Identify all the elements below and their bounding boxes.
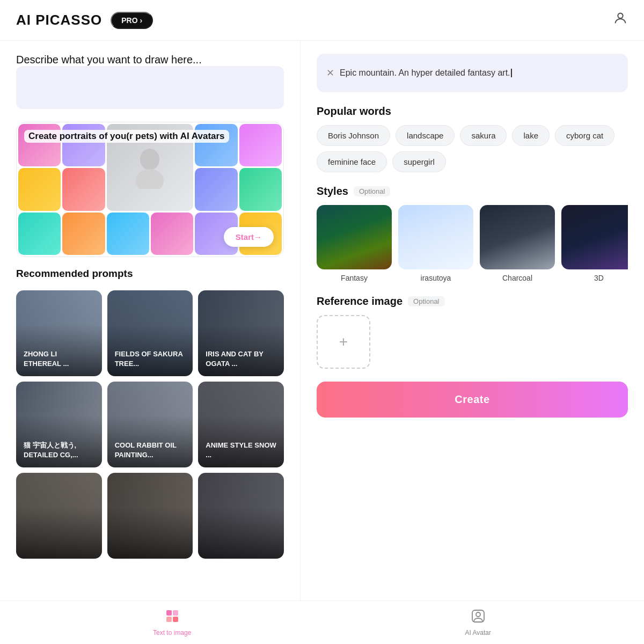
search-text[interactable]: Epic mountain. An hyper detailed fantasy… bbox=[340, 61, 618, 85]
prompt-card[interactable]: ANIME STYLE SNOW ... bbox=[198, 382, 284, 467]
style-thumb-fantasy bbox=[317, 205, 392, 269]
text-cursor bbox=[511, 69, 512, 77]
prompt-overlay bbox=[16, 473, 102, 559]
style-label-fantasy: Fantasy bbox=[341, 274, 368, 282]
top-bar: AI PICASSO PRO › bbox=[0, 0, 644, 41]
prompt-text: COOL RABBIT OIL PAINTING... bbox=[115, 441, 186, 460]
prompt-overlay bbox=[198, 473, 284, 559]
user-icon[interactable] bbox=[613, 11, 628, 30]
prompt-text: IRIS AND CAT BY OGATA ... bbox=[206, 349, 276, 369]
styles-header: Styles Optional bbox=[317, 185, 628, 197]
recommended-section: Recommended prompts ZHONG LI ETHEREAL ..… bbox=[16, 268, 284, 559]
describe-label: Describe what you want to draw here... bbox=[16, 54, 284, 66]
describe-input[interactable] bbox=[16, 66, 284, 109]
style-thumb-charcoal bbox=[480, 205, 555, 269]
avatar-cell bbox=[62, 168, 105, 210]
tag-pill[interactable]: sakura bbox=[460, 125, 507, 146]
popular-words-title: Popular words bbox=[317, 105, 628, 118]
start-button[interactable]: Start→ bbox=[224, 227, 274, 247]
nav-item-text-to-image[interactable]: Text to image bbox=[153, 609, 191, 636]
text-to-image-label: Text to image bbox=[153, 629, 191, 636]
plus-icon: + bbox=[339, 333, 348, 350]
tag-pill[interactable]: landscape bbox=[396, 125, 455, 146]
prompt-card[interactable]: IRIS AND CAT BY OGATA ... bbox=[198, 290, 284, 376]
popular-words-section: Popular words Boris Johnsonlandscapesaku… bbox=[317, 105, 628, 172]
reference-image-section: Reference image Optional + bbox=[317, 295, 628, 369]
avatar-cell bbox=[195, 168, 237, 210]
svg-rect-6 bbox=[173, 617, 178, 622]
tag-pill[interactable]: supergirl bbox=[392, 151, 446, 172]
tag-pill[interactable]: cyborg cat bbox=[555, 125, 614, 146]
prompt-card[interactable] bbox=[107, 473, 193, 559]
styles-title: Styles bbox=[317, 185, 348, 197]
style-label-3d: 3D bbox=[594, 274, 604, 282]
style-thumb-3d bbox=[561, 205, 628, 269]
describe-section: Describe what you want to draw here... bbox=[16, 54, 284, 111]
style-card-fantasy[interactable]: Fantasy bbox=[317, 205, 392, 282]
avatar-cell bbox=[239, 124, 282, 166]
prompt-card[interactable]: 猫 宇宙人と戦う, DETAILED CG,... bbox=[16, 382, 102, 467]
ai-avatar-icon bbox=[471, 609, 486, 627]
right-panel: ✕ Epic mountain. An hyper detailed fanta… bbox=[301, 41, 644, 601]
prompt-card[interactable]: ZHONG LI ETHEREAL ... bbox=[16, 290, 102, 376]
bottom-nav: Text to image AI Avatar bbox=[0, 601, 644, 644]
tag-pill[interactable]: feminine face bbox=[317, 151, 387, 172]
style-label-irasutoya: irasutoya bbox=[421, 274, 451, 282]
prompts-grid: ZHONG LI ETHEREAL ...FIELDS OF SAKURA TR… bbox=[16, 290, 284, 559]
style-card-3d[interactable]: 3D bbox=[561, 205, 628, 282]
styles-section: Styles Optional FantasyirasutoyaCharcoal… bbox=[317, 185, 628, 282]
style-thumb-irasutoya bbox=[398, 205, 473, 269]
search-bar: ✕ Epic mountain. An hyper detailed fanta… bbox=[317, 54, 628, 92]
prompt-card[interactable] bbox=[16, 473, 102, 559]
avatar-cell bbox=[62, 213, 105, 255]
create-button[interactable]: Create bbox=[317, 382, 628, 418]
app-logo: AI PICASSO bbox=[16, 12, 102, 28]
style-card-charcoal[interactable]: Charcoal bbox=[480, 205, 555, 282]
svg-rect-4 bbox=[173, 610, 178, 616]
svg-point-8 bbox=[476, 612, 480, 617]
avatar-cell bbox=[107, 213, 149, 255]
nav-item-ai-avatar[interactable]: AI Avatar bbox=[465, 609, 491, 636]
styles-optional: Optional bbox=[354, 186, 390, 196]
prompt-card[interactable]: COOL RABBIT OIL PAINTING... bbox=[107, 382, 193, 467]
prompt-card[interactable]: FIELDS OF SAKURA TREE... bbox=[107, 290, 193, 376]
avatar-promo-title: Create portraits of you(r pets) with AI … bbox=[24, 130, 229, 143]
style-label-charcoal: Charcoal bbox=[502, 274, 532, 282]
svg-rect-3 bbox=[166, 610, 172, 616]
left-panel: Describe what you want to draw here... C… bbox=[0, 41, 301, 601]
prompt-text: 猫 宇宙人と戦う, DETAILED CG,... bbox=[24, 441, 94, 460]
svg-point-0 bbox=[618, 13, 623, 18]
svg-point-1 bbox=[140, 149, 159, 170]
prompt-overlay bbox=[107, 473, 193, 559]
prompt-text: ZHONG LI ETHEREAL ... bbox=[24, 349, 94, 369]
recommended-title: Recommended prompts bbox=[16, 268, 284, 280]
pro-button[interactable]: PRO › bbox=[111, 12, 153, 29]
ref-optional: Optional bbox=[408, 296, 444, 306]
avatar-cell bbox=[239, 168, 282, 210]
text-to-image-icon bbox=[165, 609, 180, 627]
close-button[interactable]: ✕ bbox=[326, 67, 334, 79]
add-image-button[interactable]: + bbox=[317, 315, 370, 369]
style-card-irasutoya[interactable]: irasutoya bbox=[398, 205, 473, 282]
tag-pill[interactable]: Boris Johnson bbox=[317, 125, 390, 146]
prompt-text: ANIME STYLE SNOW ... bbox=[206, 441, 276, 460]
tag-pill[interactable]: lake bbox=[512, 125, 550, 146]
avatar-promo: Create portraits of you(r pets) with AI … bbox=[16, 122, 284, 257]
ref-header: Reference image Optional bbox=[317, 295, 628, 308]
styles-grid: FantasyirasutoyaCharcoal3D bbox=[317, 205, 628, 282]
prompt-text: FIELDS OF SAKURA TREE... bbox=[115, 349, 186, 369]
avatar-cell bbox=[18, 213, 61, 255]
main-layout: Describe what you want to draw here... C… bbox=[0, 41, 644, 601]
tags-container: Boris Johnsonlandscapesakuralakecyborg c… bbox=[317, 125, 628, 172]
ref-title: Reference image bbox=[317, 295, 402, 308]
ai-avatar-label: AI Avatar bbox=[465, 629, 491, 636]
svg-point-2 bbox=[136, 169, 164, 189]
avatar-cell bbox=[18, 168, 61, 210]
svg-rect-5 bbox=[166, 617, 172, 622]
avatar-cell bbox=[151, 213, 193, 255]
prompt-card[interactable] bbox=[198, 473, 284, 559]
